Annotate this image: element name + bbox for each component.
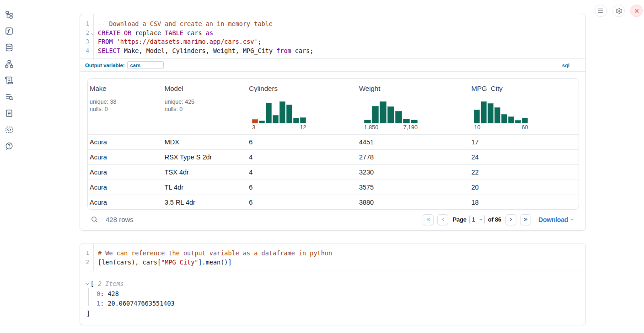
column-header-weight[interactable]: Weight1,8507,190 bbox=[357, 79, 470, 134]
scratchpad-icon[interactable] bbox=[5, 76, 14, 85]
help-icon[interactable] bbox=[5, 142, 14, 151]
sql-code-editor[interactable]: 1-- Download a CSV and create an in-memo… bbox=[80, 14, 585, 60]
last-page-button[interactable]: » bbox=[520, 214, 531, 225]
menu-button[interactable] bbox=[595, 5, 607, 17]
table-row[interactable]: AcuraRSX Type S 2dr4277824 bbox=[88, 149, 579, 164]
settings-button[interactable] bbox=[612, 5, 625, 17]
table-cell: Acura bbox=[88, 169, 163, 176]
dependency-graph-icon[interactable] bbox=[5, 59, 14, 69]
table-cell: 18 bbox=[469, 199, 579, 206]
sidebar bbox=[5, 10, 14, 151]
code-line: 1# We can reference the output variable … bbox=[80, 248, 585, 258]
page-select[interactable]: 1 bbox=[469, 215, 485, 224]
column-title: Weight bbox=[359, 85, 470, 92]
column-title: MPG_City bbox=[471, 85, 579, 92]
tree-entry-value: : 20.060747663551403 bbox=[100, 300, 175, 307]
table-cell: Acura bbox=[88, 184, 163, 191]
histogram-bar bbox=[252, 119, 258, 123]
table-cell: 3880 bbox=[357, 199, 470, 206]
histogram-bar bbox=[273, 115, 279, 123]
chevron-down-icon bbox=[479, 217, 483, 220]
table-row[interactable]: Acura3.5 RL 4dr6388018 bbox=[88, 195, 579, 210]
gear-icon bbox=[615, 7, 623, 15]
table-cell: RSX Type S 2dr bbox=[163, 153, 247, 161]
column-title: Make bbox=[90, 85, 163, 92]
database-icon[interactable] bbox=[5, 43, 14, 52]
table-row[interactable]: AcuraMDX6445117 bbox=[88, 134, 579, 149]
documentation-icon[interactable] bbox=[5, 109, 14, 118]
code-line: 2[len(cars), cars["MPG_City"].mean()] bbox=[80, 258, 585, 267]
output-variable-input[interactable] bbox=[127, 61, 164, 69]
column-stat: nulls: 0 bbox=[90, 106, 163, 113]
table-cell: 3230 bbox=[357, 169, 470, 176]
column-stat: unique: 38 bbox=[90, 98, 163, 106]
column-stat: nulls: 0 bbox=[165, 106, 247, 113]
close-icon bbox=[634, 9, 639, 13]
histogram-bar bbox=[481, 101, 487, 123]
column-header-model[interactable]: Modelunique: 425nulls: 0 bbox=[163, 79, 247, 134]
histogram-bar bbox=[300, 117, 306, 123]
histogram-bar bbox=[501, 114, 507, 123]
code-line: 4SELECT Make, Model, Cylinders, Weight, … bbox=[80, 46, 585, 55]
tree-guide-line bbox=[88, 288, 89, 306]
table-header: Makeunique: 38nulls: 0Modelunique: 425nu… bbox=[88, 79, 579, 134]
column-stat: unique: 425 bbox=[165, 98, 247, 106]
fold-chevron-icon bbox=[91, 31, 94, 34]
snippets-icon[interactable] bbox=[5, 125, 14, 134]
table-row[interactable]: AcuraTL 4dr6357520 bbox=[88, 180, 579, 195]
table-cell: 22 bbox=[469, 169, 579, 176]
chevron-down-icon bbox=[570, 217, 574, 220]
table-body: AcuraMDX6445117AcuraRSX Type S 2dr427782… bbox=[88, 134, 579, 210]
logs-icon[interactable] bbox=[5, 92, 14, 101]
row-count: 428 rows bbox=[106, 216, 134, 223]
functions-icon[interactable] bbox=[5, 26, 14, 36]
table-cell: 4451 bbox=[357, 138, 470, 146]
column-header-make[interactable]: Makeunique: 38nulls: 0 bbox=[88, 79, 163, 134]
collapse-icon[interactable] bbox=[86, 282, 89, 285]
column-header-cylinders[interactable]: Cylinders312 bbox=[247, 79, 357, 134]
table-footer: 428 rows « ‹ Page 1 of 86 › » Download bbox=[80, 209, 585, 230]
page-label: Page bbox=[452, 216, 466, 223]
histogram-bar bbox=[259, 121, 265, 123]
hist-min-label: 1,850 bbox=[364, 124, 378, 131]
output-variable-bar: Output variable: sql bbox=[80, 58, 585, 72]
tree-entry-index: 0 bbox=[97, 290, 100, 297]
histogram-bar bbox=[395, 111, 402, 123]
prev-page-button[interactable]: ‹ bbox=[437, 214, 448, 225]
histogram-bar bbox=[515, 120, 521, 123]
pagination: « ‹ Page 1 of 86 › » bbox=[423, 214, 531, 225]
close-bracket: ] bbox=[86, 310, 90, 317]
output-variable-label: Output variable: bbox=[85, 63, 125, 68]
search-icon[interactable] bbox=[91, 216, 98, 223]
open-bracket: [ bbox=[91, 280, 94, 287]
python-code-editor[interactable]: 1# We can reference the output variable … bbox=[80, 243, 585, 271]
hist-max-label: 60 bbox=[522, 124, 528, 131]
hist-min-label: 10 bbox=[474, 124, 480, 131]
file-tree-icon[interactable] bbox=[5, 10, 14, 19]
column-histogram: 1060 bbox=[474, 98, 528, 131]
table-cell: TSX 4dr bbox=[163, 169, 247, 176]
histogram-bar bbox=[403, 119, 410, 123]
column-header-mpg_city[interactable]: MPG_City1060 bbox=[469, 79, 579, 134]
table-cell: MDX bbox=[163, 138, 247, 146]
download-button[interactable]: Download bbox=[538, 216, 573, 223]
table-row[interactable]: AcuraTSX 4dr4323022 bbox=[88, 164, 579, 180]
histogram-bar bbox=[286, 105, 292, 123]
table-cell: 6 bbox=[247, 138, 357, 146]
table-cell: 20 bbox=[469, 184, 579, 191]
table-cell: 3.5 RL 4dr bbox=[163, 199, 247, 206]
table-cell: 3575 bbox=[357, 184, 470, 191]
next-page-button[interactable]: › bbox=[505, 214, 516, 225]
table-cell: 24 bbox=[469, 153, 579, 161]
first-page-button[interactable]: « bbox=[423, 214, 434, 225]
table-cell: 6 bbox=[247, 199, 357, 206]
close-button[interactable] bbox=[630, 5, 643, 17]
download-label: Download bbox=[538, 216, 568, 223]
table-cell: Acura bbox=[88, 153, 163, 161]
table-cell: Acura bbox=[88, 199, 163, 206]
column-histogram: 312 bbox=[252, 98, 306, 131]
of-pages-label: of 86 bbox=[488, 216, 501, 223]
histogram-bar bbox=[411, 120, 418, 123]
tree-entry-index: 1 bbox=[97, 300, 100, 307]
table-cell: TL 4dr bbox=[163, 184, 247, 191]
